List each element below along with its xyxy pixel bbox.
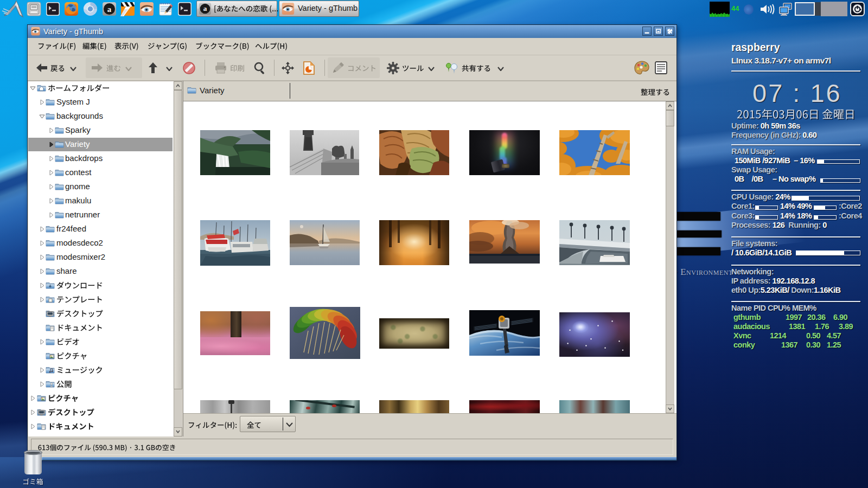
- svg-text:a: a: [203, 4, 207, 12]
- svg-text:a: a: [107, 5, 112, 14]
